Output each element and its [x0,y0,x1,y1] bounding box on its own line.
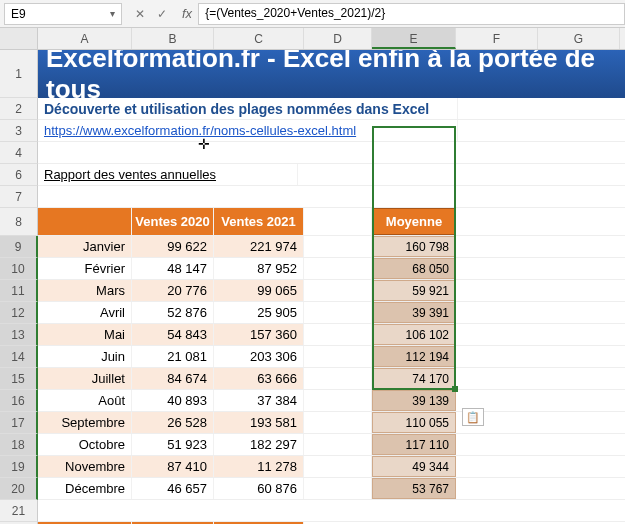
value-moyenne[interactable]: 112 194 [372,346,456,367]
accept-formula-icon[interactable]: ✓ [152,4,172,24]
value-2021[interactable]: 63 666 [214,368,304,389]
source-link[interactable]: https://www.excelformation.fr/noms-cellu… [44,123,356,138]
value-moyenne[interactable]: 106 102 [372,324,456,345]
month-cell[interactable]: Novembre [38,456,132,477]
paste-options-icon[interactable]: 📋 [462,408,484,426]
month-cell[interactable]: Juin [38,346,132,367]
row-header[interactable]: 11 [0,280,38,302]
value-2021[interactable]: 37 384 [214,390,304,411]
table-row: Janvier99 622221 974160 798 [38,236,625,258]
table-row: Mai54 843157 360106 102 [38,324,625,346]
value-2020[interactable]: 87 410 [132,456,214,477]
value-2020[interactable]: 40 893 [132,390,214,411]
month-cell[interactable]: Septembre [38,412,132,433]
row-header[interactable]: 13 [0,324,38,346]
value-moyenne[interactable]: 110 055 [372,412,456,433]
row-header[interactable]: 1 [0,50,38,98]
page-title-banner: Excelformation.fr - Excel enfin à la por… [38,50,625,98]
row-header[interactable]: 19 [0,456,38,478]
value-2020[interactable]: 54 843 [132,324,214,345]
cancel-formula-icon[interactable]: ✕ [130,4,150,24]
col-header[interactable]: D [304,28,372,49]
value-moyenne[interactable]: 117 110 [372,434,456,455]
col-header[interactable]: B [132,28,214,49]
value-moyenne[interactable]: 160 798 [372,236,456,257]
fill-handle[interactable] [452,386,458,392]
value-2020[interactable]: 84 674 [132,368,214,389]
value-2020[interactable]: 99 622 [132,236,214,257]
value-moyenne[interactable]: 49 344 [372,456,456,477]
table-row: Juillet84 67463 66674 170 [38,368,625,390]
row-header[interactable]: 8 [0,208,38,236]
row-header[interactable]: 15 [0,368,38,390]
formula-input[interactable]: {=(Ventes_2020+Ventes_2021)/2} [198,3,625,25]
month-cell[interactable]: Décembre [38,478,132,499]
row-header[interactable]: 10 [0,258,38,280]
value-moyenne[interactable]: 39 139 [372,390,456,411]
value-moyenne[interactable]: 53 767 [372,478,456,499]
month-cell[interactable]: Janvier [38,236,132,257]
row-header[interactable]: 17 [0,412,38,434]
col-header[interactable]: G [538,28,620,49]
row-header[interactable]: 14 [0,346,38,368]
col-header[interactable]: C [214,28,304,49]
row-header[interactable]: 16 [0,390,38,412]
value-moyenne[interactable]: 74 170 [372,368,456,389]
value-moyenne[interactable]: 68 050 [372,258,456,279]
value-2020[interactable]: 26 528 [132,412,214,433]
table-row: Septembre26 528193 581110 055 [38,412,625,434]
subtitle: Découverte et utilisation des plages nom… [44,101,429,117]
row-header[interactable]: 4 [0,142,38,164]
month-cell[interactable]: Août [38,390,132,411]
value-2020[interactable]: 21 081 [132,346,214,367]
row-header[interactable]: 20 [0,478,38,500]
month-cell[interactable]: Avril [38,302,132,323]
cells-area[interactable]: Excelformation.fr - Excel enfin à la por… [38,50,625,524]
value-2021[interactable]: 60 876 [214,478,304,499]
value-2021[interactable]: 203 306 [214,346,304,367]
row-header[interactable]: 12 [0,302,38,324]
table-row: Octobre51 923182 297117 110 [38,434,625,456]
value-2020[interactable]: 52 876 [132,302,214,323]
col-header[interactable]: E [372,28,456,49]
row-header[interactable]: 3 [0,120,38,142]
col-header[interactable]: F [456,28,538,49]
month-cell[interactable]: Octobre [38,434,132,455]
table-row: Février48 14787 95268 050 [38,258,625,280]
table-row: Août40 89337 38439 139 [38,390,625,412]
value-2020[interactable]: 51 923 [132,434,214,455]
value-2020[interactable]: 46 657 [132,478,214,499]
table-header: Ventes 2020 [132,208,214,235]
month-cell[interactable]: Mars [38,280,132,301]
value-2021[interactable]: 87 952 [214,258,304,279]
month-cell[interactable]: Juillet [38,368,132,389]
table-header: Moyenne [372,208,456,235]
value-moyenne[interactable]: 59 921 [372,280,456,301]
value-2021[interactable]: 157 360 [214,324,304,345]
value-2020[interactable]: 48 147 [132,258,214,279]
value-2021[interactable]: 221 974 [214,236,304,257]
chevron-down-icon[interactable]: ▾ [110,8,115,19]
value-moyenne[interactable]: 39 391 [372,302,456,323]
row-header[interactable]: 9 [0,236,38,258]
month-cell[interactable]: Février [38,258,132,279]
col-header[interactable]: A [38,28,132,49]
value-2020[interactable]: 20 776 [132,280,214,301]
column-headers: A B C D E F G [0,28,625,50]
value-2021[interactable]: 25 905 [214,302,304,323]
report-caption: Rapport des ventes annuelles [44,167,216,182]
value-2021[interactable]: 193 581 [214,412,304,433]
row-header[interactable]: 2 [0,98,38,120]
name-box[interactable]: E9 ▾ [4,3,122,25]
row-header[interactable]: 7 [0,186,38,208]
row-header[interactable]: 21 [0,500,38,522]
fx-icon[interactable]: fx [176,6,198,21]
row-header[interactable]: 6 [0,164,38,186]
row-header[interactable]: 18 [0,434,38,456]
select-all-corner[interactable] [0,28,38,49]
value-2021[interactable]: 182 297 [214,434,304,455]
value-2021[interactable]: 99 065 [214,280,304,301]
month-cell[interactable]: Mai [38,324,132,345]
table-row: Juin21 081203 306112 194 [38,346,625,368]
value-2021[interactable]: 11 278 [214,456,304,477]
